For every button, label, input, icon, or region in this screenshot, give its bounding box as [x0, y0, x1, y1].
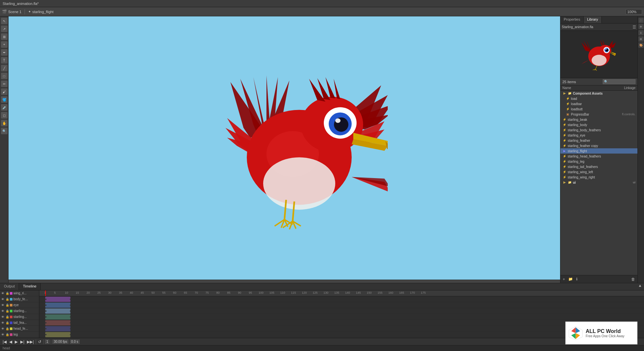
- tab-timeline[interactable]: Timeline: [19, 283, 41, 290]
- eye-icon[interactable]: 👁: [1, 304, 5, 307]
- lock-icon[interactable]: 🔒: [6, 309, 9, 313]
- hand-tool[interactable]: ✋: [1, 120, 8, 126]
- list-item[interactable]: ⚡ loadbutt: [560, 106, 637, 112]
- zoom-control[interactable]: 100%: [626, 9, 642, 14]
- layer-row[interactable]: 👁 🔒 eye: [0, 302, 39, 308]
- brush-tool[interactable]: 🖌: [1, 88, 8, 95]
- tab-output[interactable]: Output: [0, 283, 19, 290]
- list-item[interactable]: ⚡ starling_body_feathers: [560, 127, 637, 133]
- keyframe-span[interactable]: [45, 308, 70, 314]
- list-item[interactable]: ▶ starling_flight: [560, 148, 637, 154]
- info-icon[interactable]: ℹ: [638, 30, 644, 35]
- layer-row[interactable]: 👁 🔒 leg: [0, 332, 39, 338]
- new-symbol-button[interactable]: +: [562, 277, 566, 282]
- list-item[interactable]: ⚡ starling_feather copy: [560, 143, 637, 148]
- layer-row[interactable]: 👁 🔒 tail_fea...: [0, 320, 39, 326]
- eye-icon[interactable]: 👁: [1, 292, 5, 295]
- stage[interactable]: [9, 16, 560, 280]
- pencil-tool[interactable]: ✏: [1, 81, 8, 87]
- layer-color: [10, 304, 12, 306]
- eye-icon[interactable]: 👁: [1, 333, 5, 336]
- horizontal-scrollbar[interactable]: [9, 280, 560, 283]
- lock-icon[interactable]: 🔒: [6, 315, 9, 319]
- new-folder-button[interactable]: 📁: [567, 277, 574, 281]
- eye-icon[interactable]: 👁: [1, 315, 5, 319]
- eye-icon[interactable]: 👁: [1, 321, 5, 324]
- list-item[interactable]: ⚡ starling_wing_left: [560, 169, 637, 175]
- layer-row[interactable]: 👁 🔒 head_fe...: [0, 326, 39, 332]
- lasso-tool[interactable]: ⌖: [1, 41, 8, 48]
- library-search-input[interactable]: [603, 79, 635, 84]
- free-transform-tool[interactable]: ⊞: [1, 33, 8, 40]
- list-item[interactable]: ▣ ProgressBar fl.controls.: [560, 112, 637, 117]
- align-icon[interactable]: ⊞: [638, 36, 644, 42]
- zoom-tool[interactable]: 🔍: [1, 128, 8, 134]
- keyframe-span[interactable]: [45, 326, 70, 331]
- camera-icon[interactable]: 🎥: [638, 18, 644, 23]
- pen-tool[interactable]: ✒: [1, 49, 8, 56]
- list-item[interactable]: ▶ 📁 Component Assets: [560, 91, 637, 96]
- keyframe-span[interactable]: [45, 303, 70, 308]
- keyframe-span[interactable]: [45, 338, 70, 338]
- list-item[interactable]: ⚡ starling_eye: [560, 133, 637, 138]
- symbol-icon: ⚡: [562, 128, 566, 132]
- go-to-first-frame-button[interactable]: |◀: [2, 340, 7, 344]
- list-item[interactable]: ⚡ loadbar: [560, 101, 637, 106]
- frame-number: 25: [97, 291, 101, 294]
- eraser-tool[interactable]: ◻: [1, 112, 8, 119]
- list-item[interactable]: ⚡ load: [560, 96, 637, 101]
- line-tool[interactable]: ╱: [1, 65, 8, 71]
- step-forward-button[interactable]: ▶|: [20, 340, 25, 344]
- rect-tool[interactable]: □: [1, 73, 8, 79]
- list-item[interactable]: ▶ 📁 ui ui: [560, 180, 637, 185]
- play-button[interactable]: ▶: [14, 340, 18, 344]
- eye-icon[interactable]: 👁: [1, 309, 5, 313]
- list-item[interactable]: ⚡ starling_beak: [560, 117, 637, 122]
- loop-button[interactable]: ↺: [37, 340, 42, 344]
- timeline-collapse-icon[interactable]: ▲: [636, 283, 644, 290]
- lock-icon[interactable]: 🔒: [6, 292, 9, 295]
- properties-button[interactable]: ℹ: [575, 277, 578, 281]
- subselect-tool[interactable]: ↗: [1, 26, 8, 32]
- keyframe-span[interactable]: [45, 320, 70, 325]
- list-item[interactable]: ⚡ starling_head_feathers: [560, 154, 637, 159]
- tab-library[interactable]: Library: [584, 16, 602, 23]
- list-item[interactable]: ⚡ starling_leg: [560, 159, 637, 164]
- frames-area[interactable]: 1 5 10 15 20 25 30 35 40 45 50 55 60 65 …: [39, 290, 644, 338]
- keyframe-span[interactable]: [45, 297, 70, 302]
- library-options-icon[interactable]: ☰: [633, 25, 636, 29]
- list-item[interactable]: ⚡ starling_feather: [560, 138, 637, 143]
- symbol-icon: ⚡: [562, 159, 566, 163]
- list-item[interactable]: ⚡ starling_tail_feathers: [560, 164, 637, 169]
- keyframe-span[interactable]: [45, 332, 70, 337]
- zoom-input[interactable]: 100%: [626, 9, 642, 14]
- frame-row: [39, 308, 644, 314]
- go-to-last-frame-button[interactable]: ▶▶|: [26, 340, 34, 344]
- list-item[interactable]: ⚡ starling_body: [560, 122, 637, 127]
- lock-icon[interactable]: 🔒: [6, 333, 9, 336]
- playhead[interactable]: [45, 290, 46, 296]
- eye-icon[interactable]: 👁: [1, 327, 5, 330]
- keyframe-span[interactable]: [45, 314, 70, 320]
- step-back-button[interactable]: ◀: [9, 340, 13, 344]
- eye-icon[interactable]: 👁: [1, 298, 5, 301]
- eyedropper-tool[interactable]: 💉: [1, 104, 8, 111]
- layer-row[interactable]: 👁 🔒 starling...: [0, 308, 39, 314]
- paint-bucket-tool[interactable]: 🪣: [1, 96, 8, 103]
- list-item[interactable]: ⚡ starling_wing_right: [560, 175, 637, 180]
- lock-icon[interactable]: 🔒: [6, 327, 9, 330]
- select-tool[interactable]: ↖: [1, 18, 8, 24]
- lock-icon[interactable]: 🔒: [6, 321, 9, 324]
- delete-button[interactable]: 🗑: [630, 277, 636, 282]
- tab-properties[interactable]: Properties: [560, 16, 584, 23]
- snap-icon[interactable]: ⊕: [638, 24, 644, 29]
- color-icon[interactable]: 🎨: [638, 43, 644, 48]
- layer-row[interactable]: 👁 🔒 wing_ri...: [0, 290, 39, 296]
- lock-icon[interactable]: 🔒: [6, 298, 9, 301]
- library-column-header: Name Linkage: [560, 85, 637, 91]
- text-tool[interactable]: T: [1, 57, 8, 64]
- layer-row[interactable]: 👁 🔒 body_fe...: [0, 296, 39, 302]
- lock-icon[interactable]: 🔒: [6, 304, 9, 307]
- layer-color: [10, 333, 12, 336]
- layer-row[interactable]: 👁 🔒 starling...: [0, 314, 39, 320]
